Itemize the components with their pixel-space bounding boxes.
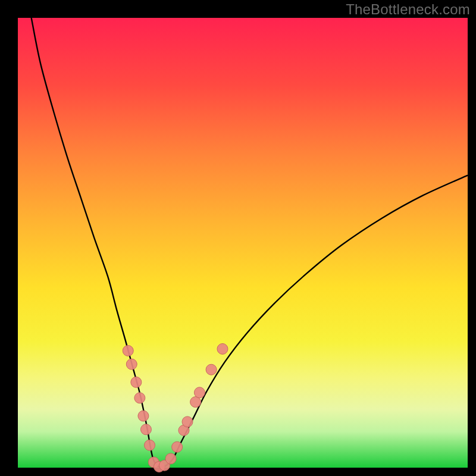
data-marker <box>182 416 193 427</box>
data-marker <box>134 393 145 403</box>
data-marker <box>165 453 176 464</box>
data-marker <box>131 377 142 387</box>
data-marker <box>145 440 155 450</box>
data-marker <box>172 441 183 452</box>
data-marker <box>138 411 149 421</box>
data-marker <box>217 343 228 354</box>
chart-container: TheBottleneck.com <box>0 0 476 476</box>
data-marker <box>140 424 151 435</box>
chart-overlay <box>0 0 476 476</box>
data-marker <box>206 364 217 375</box>
bottleneck-curve <box>32 18 468 467</box>
data-marker <box>126 359 137 369</box>
data-marker <box>194 387 205 398</box>
data-marker <box>123 345 133 356</box>
data-marker <box>190 397 201 408</box>
